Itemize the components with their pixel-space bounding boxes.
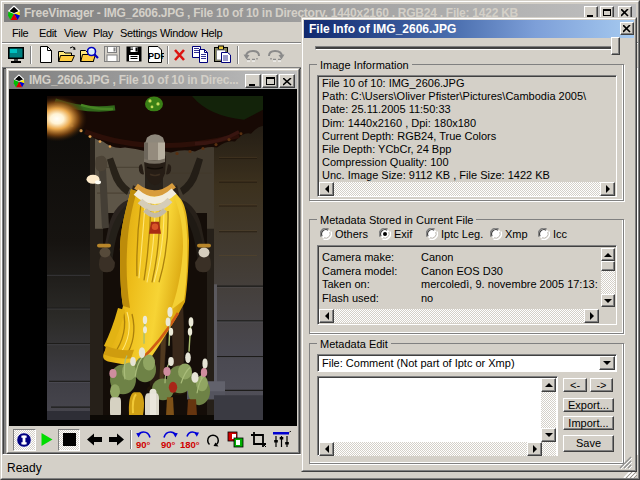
svg-text:90°: 90°	[136, 439, 151, 450]
svg-text:PDF: PDF	[148, 51, 164, 61]
svg-text:90°: 90°	[161, 439, 176, 450]
svg-text:180°: 180°	[180, 439, 200, 450]
